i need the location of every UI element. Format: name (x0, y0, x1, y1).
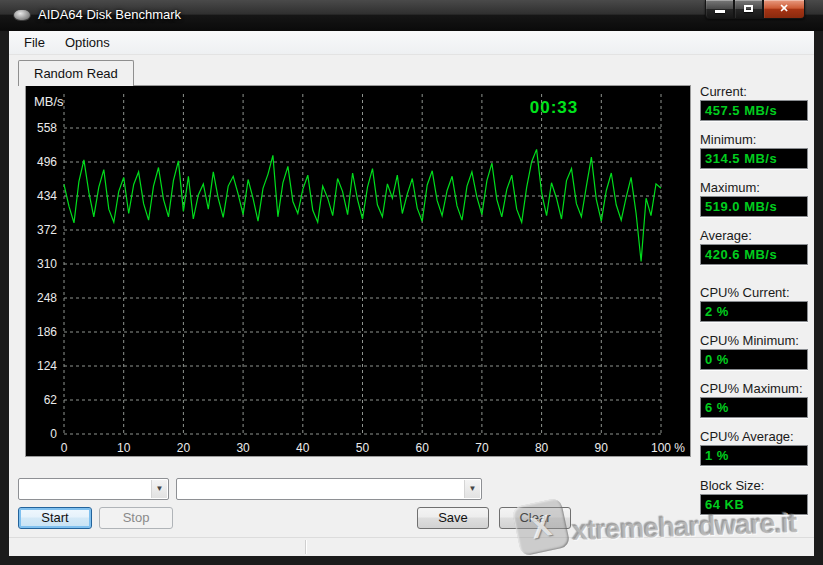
stop-button[interactable]: Stop (99, 507, 173, 529)
drive-select[interactable]: Disk Drive #0 [SPCC SSD101] (111.8 GB) ▼ (176, 478, 482, 500)
y-tick-label: 558 (37, 121, 57, 135)
title-bar: AIDA64 Disk Benchmark ✕ (0, 0, 823, 31)
maximize-button[interactable] (734, 0, 763, 19)
y-tick-label: 434 (37, 189, 57, 203)
y-tick-label: 124 (37, 359, 57, 373)
x-tick-label: 40 (296, 441, 310, 455)
y-tick-label: 186 (37, 325, 57, 339)
minimize-icon (715, 10, 725, 13)
window-title: AIDA64 Disk Benchmark (38, 7, 181, 22)
disk-icon (13, 9, 31, 21)
stat-label-cpu-average: CPU% Average: (700, 429, 812, 444)
close-button[interactable]: ✕ (763, 0, 805, 19)
x-tick-label: 0 (61, 441, 68, 455)
stat-label-maximum: Maximum: (700, 180, 812, 195)
menu-options[interactable]: Options (55, 32, 120, 53)
chevron-down-icon: ▼ (464, 480, 480, 498)
stat-value-cpu-minimum: 0 % (700, 349, 808, 370)
stat-value-block-size: 64 KB (700, 494, 808, 515)
stat-label-cpu-maximum: CPU% Maximum: (700, 381, 812, 396)
stat-value-cpu-maximum: 6 % (700, 397, 808, 418)
elapsed-timer: 00:33 (530, 98, 578, 117)
y-tick-label: 372 (37, 223, 57, 237)
menu-file[interactable]: File (14, 32, 55, 53)
stat-label-cpu-minimum: CPU% Minimum: (700, 333, 812, 348)
menu-bar: File Options (9, 31, 814, 55)
x-tick-label: 10 (117, 441, 131, 455)
x-tick-label: 90 (595, 441, 609, 455)
x-tick-label: 60 (416, 441, 430, 455)
status-bar-divider (305, 540, 306, 554)
stat-label-current: Current: (700, 84, 812, 99)
close-icon: ✕ (779, 2, 788, 14)
window-controls: ✕ (705, 0, 805, 19)
y-tick-label: 0 (50, 427, 57, 441)
x-tick-label: 30 (236, 441, 250, 455)
stat-value-cpu-average: 1 % (700, 445, 808, 466)
benchmark-type-select[interactable]: Random Read ▼ (18, 478, 169, 500)
maximize-icon (744, 5, 753, 12)
y-tick-label: 248 (37, 291, 57, 305)
y-tick-label: 310 (37, 257, 57, 271)
stat-label-minimum: Minimum: (700, 132, 812, 147)
benchmark-chart: 0102030405060708090100 %0621241862483103… (25, 85, 691, 457)
stat-value-maximum: 519.0 MB/s (700, 196, 808, 217)
y-tick-label: 496 (37, 155, 57, 169)
client-area: File Options Random Read 010203040506070… (9, 31, 814, 556)
x-tick-label: 20 (177, 441, 191, 455)
x-tick-label: 80 (535, 441, 549, 455)
stat-value-minimum: 314.5 MB/s (700, 148, 808, 169)
x-tick-label: 70 (475, 441, 489, 455)
x-tick-label: 50 (356, 441, 370, 455)
stat-label-block-size: Block Size: (700, 478, 812, 493)
stat-value-cpu-current: 2 % (700, 301, 808, 322)
stat-label-average: Average: (700, 228, 812, 243)
stat-value-average: 420.6 MB/s (700, 244, 808, 265)
y-tick-label: 62 (44, 393, 58, 407)
tab-random-read[interactable]: Random Read (18, 60, 134, 86)
chart-svg: 0102030405060708090100 %0621241862483103… (26, 86, 690, 456)
y-axis-unit-label: MB/s (34, 94, 64, 109)
stat-label-cpu-current: CPU% Current: (700, 285, 812, 300)
save-button[interactable]: Save (417, 507, 489, 529)
status-bar (9, 537, 814, 556)
stat-value-current: 457.5 MB/s (700, 100, 808, 121)
minimize-button[interactable] (705, 0, 734, 19)
x-tick-label: 100 % (651, 441, 685, 455)
chevron-down-icon: ▼ (151, 480, 167, 498)
clear-button[interactable]: Clear (499, 507, 571, 529)
start-button[interactable]: Start (18, 507, 92, 529)
